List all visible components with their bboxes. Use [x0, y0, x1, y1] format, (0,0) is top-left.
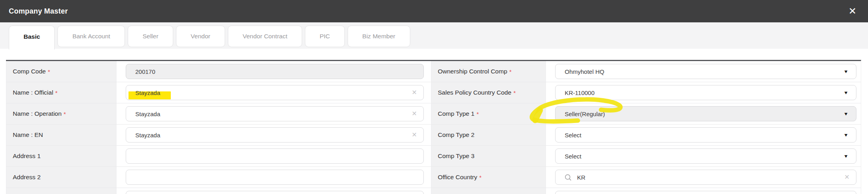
field-label-name-official: Name : Official* [6, 82, 117, 103]
name-operation-input[interactable]: Stayzada✕ [126, 106, 424, 121]
label-text: Office Country [438, 174, 477, 181]
label-text: Sales Policy Country Code [438, 89, 511, 96]
label-text: Comp Type 3 [438, 152, 475, 160]
required-asterisk: * [479, 174, 482, 181]
field-label-comp-type-1: Comp Type 1* [431, 103, 546, 124]
content-area: Comp Code*200170Ownership Control Comp*O… [0, 49, 868, 194]
field-value: KR [577, 174, 585, 181]
field-cell: KR✕ [546, 167, 861, 188]
field-label-comp-type-3: Comp Type 3 [431, 146, 546, 166]
required-asterisk: * [48, 68, 50, 75]
field-label-address-2: Address 2 [6, 167, 117, 188]
field-label-address-1: Address 1 [6, 146, 117, 166]
field-value: Select [565, 153, 581, 160]
field-value: Select [565, 132, 581, 139]
address-1-input[interactable] [126, 148, 424, 164]
field-label-ownership-control-comp: Ownership Control Comp* [431, 61, 546, 82]
required-asterisk: * [477, 111, 479, 117]
chevron-down-icon: ▼ [843, 154, 850, 158]
field-cell: Stayzada✕ [117, 125, 431, 145]
required-asterisk: * [513, 89, 516, 96]
tab-vendor-contract[interactable]: Vendor Contract [228, 26, 302, 47]
form-row: Zip CodeTime Zone Name*Asia/Seoul✕ [6, 188, 861, 194]
required-asterisk: * [55, 89, 57, 96]
field-cell [117, 188, 431, 194]
tab-bank-account[interactable]: Bank Account [57, 26, 125, 47]
clear-icon[interactable]: ✕ [408, 132, 417, 138]
required-asterisk: * [63, 111, 66, 117]
field-label-zip-code: Zip Code [6, 188, 117, 194]
close-icon[interactable]: ✕ [846, 6, 858, 16]
label-text: Address 2 [13, 174, 41, 181]
field-value: Stayzada [135, 132, 160, 139]
form-row: Name : Operation*Stayzada✕Comp Type 1*Se… [6, 103, 861, 125]
field-value: 200170 [135, 68, 155, 75]
comp-type-1-dropdown: Seller(Regular)▼ [555, 106, 856, 121]
label-text: Name : EN [13, 131, 43, 139]
field-cell: Ohmyhotel HQ▼ [546, 61, 861, 82]
name-en-input[interactable]: Stayzada✕ [126, 127, 424, 143]
field-label-time-zone-name: Time Zone Name* [431, 188, 546, 194]
titlebar: Company Master ✕ [0, 0, 868, 22]
label-text: Name : Official [13, 89, 53, 96]
clear-icon[interactable]: ✕ [408, 111, 417, 117]
field-cell: Stayzada✕ [117, 82, 431, 103]
field-label-sales-policy-country-code: Sales Policy Country Code* [431, 82, 546, 103]
field-value: Ohmyhotel HQ [565, 68, 604, 75]
tab-basic[interactable]: Basic [9, 26, 55, 49]
field-cell: Stayzada✕ [117, 103, 431, 124]
form-row: Address 1Comp Type 3Select▼ [6, 146, 861, 167]
ownership-control-comp-dropdown[interactable]: Ohmyhotel HQ▼ [555, 64, 856, 79]
label-text: Comp Type 2 [438, 131, 475, 139]
form-row: Address 2Office Country*KR✕ [6, 167, 861, 188]
field-label-comp-type-2: Comp Type 2 [431, 125, 546, 145]
label-text: Ownership Control Comp [438, 68, 507, 75]
comp-type-2-dropdown[interactable]: Select▼ [555, 127, 856, 143]
field-label-office-country: Office Country* [431, 167, 546, 188]
field-cell: 200170 [117, 61, 431, 82]
chevron-down-icon: ▼ [843, 90, 850, 95]
tab-vendor[interactable]: Vendor [176, 26, 225, 47]
field-value: Seller(Regular) [565, 111, 605, 117]
form-row: Comp Code*200170Ownership Control Comp*O… [6, 61, 861, 82]
tab-pic[interactable]: PIC [305, 26, 345, 47]
field-label-comp-code: Comp Code* [6, 61, 117, 82]
chevron-down-icon: ▼ [843, 133, 850, 137]
time-zone-name-search-input[interactable]: Asia/Seoul✕ [555, 191, 856, 194]
label-text: Comp Code [13, 68, 46, 75]
zip-code-input[interactable] [126, 191, 424, 194]
chevron-down-icon: ▼ [843, 69, 850, 73]
field-cell [117, 167, 431, 188]
chevron-down-icon: ▼ [843, 111, 850, 116]
field-value: Stayzada [135, 89, 160, 96]
field-cell: Asia/Seoul✕ [546, 188, 861, 194]
label-text: Comp Type 1 [438, 110, 475, 117]
label-text: Name : Operation [13, 110, 61, 117]
comp-code-input: 200170 [126, 64, 424, 79]
field-cell: Select▼ [546, 146, 861, 166]
window-title: Company Master [9, 7, 68, 16]
field-cell: Select▼ [546, 125, 861, 145]
address-2-input[interactable] [126, 170, 424, 185]
field-cell: KR-110000▼ [546, 82, 861, 103]
field-cell: Seller(Regular)▼ [546, 103, 861, 124]
comp-type-3-dropdown[interactable]: Select▼ [555, 148, 856, 164]
required-asterisk: * [509, 68, 512, 75]
tab-seller[interactable]: Seller [128, 26, 173, 47]
name-official-input[interactable]: Stayzada✕ [126, 85, 424, 100]
office-country-search-input[interactable]: KR✕ [555, 170, 856, 185]
sales-policy-country-code-dropdown[interactable]: KR-110000▼ [555, 85, 856, 100]
field-label-name-operation: Name : Operation* [6, 103, 117, 124]
field-value: KR-110000 [565, 89, 595, 96]
tab-biz-member[interactable]: Biz Member [348, 26, 410, 47]
label-text: Address 1 [13, 152, 41, 160]
field-value: Stayzada [135, 111, 160, 117]
tab-strip: BasicBank AccountSellerVendorVendor Cont… [0, 22, 868, 49]
form-row: Name : ENStayzada✕Comp Type 2Select▼ [6, 125, 861, 146]
clear-icon[interactable]: ✕ [408, 89, 417, 96]
search-icon [565, 174, 571, 181]
form-row: Name : Official*Stayzada✕Sales Policy Co… [6, 82, 861, 103]
field-label-name-en: Name : EN [6, 125, 117, 145]
clear-icon[interactable]: ✕ [840, 174, 850, 180]
form-table: Comp Code*200170Ownership Control Comp*O… [6, 60, 861, 194]
